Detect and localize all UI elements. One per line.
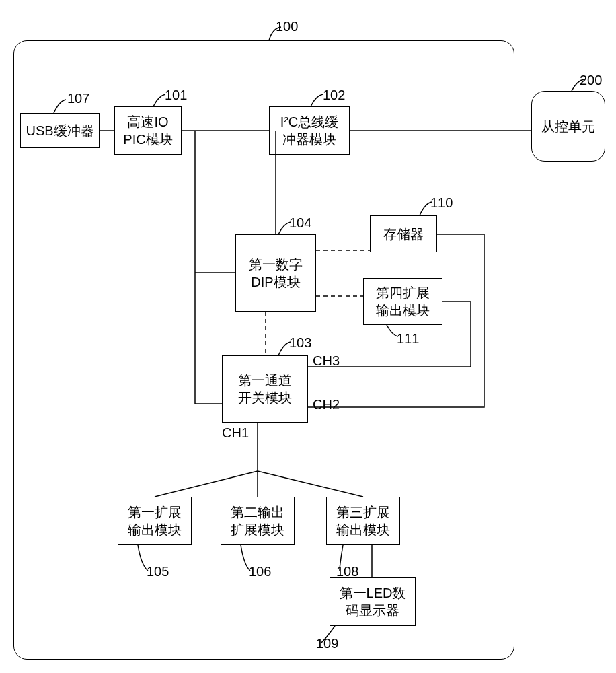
- box-200-slave-unit: 从控单元: [531, 91, 605, 162]
- box-108-line1: 第三扩展: [336, 503, 390, 521]
- box-110-label: 存储器: [383, 225, 424, 243]
- ref-111: 111: [397, 331, 419, 347]
- box-105-line2: 输出模块: [128, 521, 182, 538]
- ref-106: 106: [249, 564, 271, 579]
- box-109-line2: 码显示器: [346, 602, 399, 619]
- label-ch3: CH3: [313, 353, 340, 369]
- box-111-line1: 第四扩展: [376, 284, 430, 302]
- box-104-line2: DIP模块: [251, 273, 300, 291]
- ref-110: 110: [430, 195, 453, 211]
- box-106-second-output-ext: 第二输出 扩展模块: [221, 497, 295, 545]
- ref-104: 104: [289, 215, 311, 231]
- box-104-line1: 第一数字: [249, 256, 303, 273]
- box-110-memory: 存储器: [370, 215, 437, 252]
- box-105-line1: 第一扩展: [128, 503, 182, 521]
- ref-103: 103: [289, 335, 311, 351]
- box-103-line2: 开关模块: [238, 389, 292, 406]
- box-109-line1: 第一LED数: [340, 584, 406, 602]
- box-101-highspeed-io-pic: 高速IO PIC模块: [114, 106, 182, 155]
- box-109-first-led-display: 第一LED数 码显示器: [330, 577, 416, 626]
- box-106-line1: 第二输出: [231, 503, 284, 521]
- ref-108: 108: [336, 564, 358, 579]
- box-108-third-ext-output: 第三扩展 输出模块: [326, 497, 400, 545]
- box-107-label: USB缓冲器: [26, 122, 93, 139]
- box-102-line1: I²C总线缓: [280, 113, 339, 131]
- box-103-line1: 第一通道: [238, 371, 292, 389]
- box-102-line2: 冲器模块: [282, 131, 336, 148]
- box-102-i2c-bus-buffer: I²C总线缓 冲器模块: [269, 106, 350, 155]
- ref-200: 200: [580, 73, 602, 88]
- ref-105: 105: [147, 564, 169, 579]
- box-101-line1: 高速IO: [127, 113, 168, 131]
- label-ch2: CH2: [313, 397, 340, 413]
- ref-101: 101: [165, 87, 187, 103]
- box-101-line2: PIC模块: [123, 131, 172, 148]
- box-105-first-ext-output: 第一扩展 输出模块: [118, 497, 192, 545]
- box-108-line2: 输出模块: [336, 521, 390, 538]
- box-200-label: 从控单元: [541, 118, 595, 135]
- box-111-fourth-ext-output: 第四扩展 输出模块: [363, 278, 442, 325]
- ref-102: 102: [323, 87, 345, 103]
- ref-100: 100: [276, 19, 298, 34]
- ref-109: 109: [316, 636, 338, 651]
- box-106-line2: 扩展模块: [231, 521, 284, 538]
- box-103-first-channel-switch: 第一通道 开关模块: [222, 355, 308, 423]
- ref-107: 107: [67, 91, 89, 106]
- label-ch1: CH1: [222, 425, 249, 441]
- diagram-canvas: USB缓冲器 高速IO PIC模块 I²C总线缓 冲器模块 从控单元 第一数字 …: [0, 0, 616, 673]
- box-111-line2: 输出模块: [376, 302, 430, 319]
- box-107-usb-buffer: USB缓冲器: [20, 113, 100, 148]
- box-104-first-digital-dip: 第一数字 DIP模块: [235, 234, 316, 312]
